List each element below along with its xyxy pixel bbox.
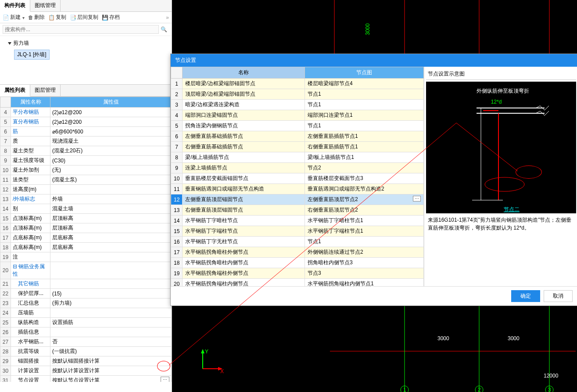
node-img[interactable]: 水平钢筋丁字暗柱节点1 — [305, 216, 424, 226]
prop-name[interactable]: 抗震等级 — [11, 347, 50, 356]
tree-root[interactable]: 剪力墙 — [3, 39, 169, 48]
dots-button[interactable]: ⋯ — [413, 196, 421, 201]
table-row[interactable]: 16 水平钢筋丁字无柱节点 节点1 — [171, 237, 424, 247]
tree-item[interactable]: JLQ-1 [外墙] — [14, 50, 50, 60]
prop-name[interactable]: 纵筋构造 — [11, 318, 50, 327]
node-img[interactable]: 拐角暗柱内侧节点3 — [305, 258, 424, 268]
prop-name[interactable]: 别 — [11, 204, 50, 214]
prop-value[interactable]: 按默认计算设置计算 — [50, 366, 172, 376]
prop-name[interactable]: 保护层厚... — [11, 289, 50, 298]
cancel-button[interactable]: 取消 — [544, 290, 573, 302]
ok-button[interactable]: 确定 — [511, 290, 540, 302]
tab-drawings[interactable]: 图纸管理 — [30, 0, 61, 11]
prop-value[interactable]: (混凝土泵) — [50, 175, 172, 185]
prop-value[interactable]: (一级抗震) — [50, 347, 172, 356]
node-img[interactable]: 外侧钢筋连续通过节点2 — [305, 247, 424, 258]
table-row[interactable]: 11 垂直钢筋遇洞口或端部无节点构造 垂直筋遇洞口或端部无节点构造2 — [171, 184, 424, 194]
copy-button[interactable]: 📋复制 — [48, 14, 66, 21]
search-input[interactable] — [3, 25, 159, 34]
prop-name[interactable]: 其它钢筋 — [11, 279, 50, 289]
layer-copy-button[interactable]: 📑层间复制 — [70, 14, 98, 21]
prop-name[interactable]: 送高度(m) — [11, 185, 50, 194]
prop-name[interactable]: 插筋信息 — [11, 327, 50, 337]
prop-value[interactable]: (2)⌀12@200 — [50, 117, 172, 127]
tab-components[interactable]: 构件列表 — [0, 0, 30, 12]
prop-value[interactable]: ⌀6@600*600 — [50, 127, 172, 137]
new-button[interactable]: 📄新建 — [3, 14, 25, 21]
prop-name[interactable]: 注 — [11, 252, 50, 262]
node-img[interactable]: 左侧垂直筋顶层节点2⋯ — [305, 194, 424, 205]
prop-name[interactable]: 筋 — [11, 127, 50, 137]
table-row[interactable]: 4 端部洞口连梁锚固节点 端部洞口连梁节点1 — [171, 110, 424, 121]
table-row[interactable]: 12 左侧垂直筋顶层锚固节点 左侧垂直筋顶层节点2⋯ — [171, 194, 424, 205]
prop-name[interactable]: 点底标高(m) — [11, 243, 50, 252]
node-img[interactable]: 垂直筋楼层变截面节点3 — [305, 173, 424, 184]
node-img[interactable]: 左侧垂直筋插筋节点1 — [305, 131, 424, 142]
table-row[interactable]: 14 水平钢筋丁字暗柱节点 水平钢筋丁字暗柱节点1 — [171, 216, 424, 226]
delete-button[interactable]: 🗑删除 — [28, 14, 45, 21]
node-img[interactable]: 节点1 — [305, 100, 424, 110]
node-img[interactable]: 右侧垂直筋顶层节点2 — [305, 205, 424, 216]
prop-value[interactable]: (剪力墙) — [50, 298, 172, 308]
node-img[interactable]: 节点2 — [305, 163, 424, 173]
prop-name[interactable]: 点顶标高(m) — [11, 214, 50, 223]
table-row[interactable]: 18 水平钢筋拐角暗柱内侧节点 拐角暗柱内侧节点3 — [171, 258, 424, 268]
tab-properties[interactable]: 属性列表 — [0, 85, 30, 97]
node-img[interactable]: 节点1 — [305, 89, 424, 100]
table-row[interactable]: 7 右侧垂直筋基础插筋节点 右侧垂直筋插筋节点1 — [171, 142, 424, 152]
prop-name[interactable]: 点底标高(m) — [11, 233, 50, 243]
prop-name[interactable]: 送类型 — [11, 175, 50, 185]
prop-name[interactable]: ⊟ 钢筋业务属性 — [11, 262, 50, 279]
prop-value[interactable]: (C30) — [50, 156, 172, 165]
node-img[interactable]: 垂直筋遇洞口或端部无节点构造2 — [305, 184, 424, 194]
prop-value[interactable]: 按默认节点设置计算⋯ — [50, 376, 172, 382]
prop-value[interactable]: (15) — [50, 289, 172, 298]
prop-name[interactable]: 平分布钢筋 — [11, 108, 50, 117]
table-row[interactable]: 3 暗梁/边框梁遇连梁构造 节点1 — [171, 100, 424, 110]
prop-value[interactable]: (混凝土20石) — [50, 146, 172, 156]
node-img[interactable]: 楼层暗梁端部节点4 — [305, 79, 424, 89]
prop-name[interactable]: 节点设置 — [11, 376, 50, 382]
table-row[interactable]: 6 左侧垂直筋基础插筋节点 左侧垂直筋插筋节点1 — [171, 131, 424, 142]
prop-value[interactable]: 层顶标高 — [50, 214, 172, 223]
ellipsis-button[interactable]: ⋯ — [161, 377, 169, 382]
table-row[interactable]: 9 连梁上墙插筋节点 节点2 — [171, 163, 424, 173]
table-row[interactable]: 5 拐角连梁内侧钢筋节点 节点1 — [171, 121, 424, 131]
table-row[interactable]: 17 水平钢筋拐角暗柱外侧节点 外侧钢筋连续通过节点2 — [171, 247, 424, 258]
prop-value[interactable] — [50, 308, 172, 318]
prop-value[interactable]: (无) — [50, 165, 172, 175]
prop-value[interactable]: 现浇混凝土 — [50, 137, 172, 146]
node-img[interactable]: 节点1 — [305, 121, 424, 131]
node-img[interactable]: 水平钢筋拐角端柱内侧节点1 — [305, 279, 424, 287]
prop-value[interactable] — [50, 252, 172, 262]
prop-value[interactable] — [50, 327, 172, 337]
prop-value[interactable]: (2)⌀12@200 — [50, 108, 172, 117]
table-row[interactable]: 15 水平钢筋丁字端柱节点 水平钢筋丁字端柱节点1 — [171, 226, 424, 237]
table-row[interactable]: 8 梁/板上墙插筋节点 梁/板上墙插筋节点1 — [171, 152, 424, 163]
prop-name[interactable]: 直分布钢筋 — [11, 117, 50, 127]
prop-name[interactable]: 锚固搭接 — [11, 356, 50, 366]
prop-value[interactable]: 层底标高 — [50, 233, 172, 243]
prop-name[interactable]: 点顶标高(m) — [11, 223, 50, 233]
table-row[interactable]: 2 顶层暗梁/边框梁端部锚固节点 节点1 — [171, 89, 424, 100]
node-img[interactable]: 右侧垂直筋插筋节点1 — [305, 142, 424, 152]
node-img[interactable]: 端部洞口连梁节点1 — [305, 110, 424, 121]
node-img[interactable]: 梁/板上墙插筋节点1 — [305, 152, 424, 163]
prop-name[interactable]: 汇总信息 — [11, 298, 50, 308]
prop-name[interactable]: 质 — [11, 137, 50, 146]
table-row[interactable]: 13 右侧垂直筋顶层锚固节点 右侧垂直筋顶层节点2 — [171, 205, 424, 216]
prop-value[interactable]: 混凝土墙 — [50, 204, 172, 214]
table-row[interactable]: 10 垂直筋楼层变截面锚固节点 垂直筋楼层变截面节点3 — [171, 173, 424, 184]
prop-value[interactable]: 层底标高 — [50, 243, 172, 252]
prop-name[interactable]: 压墙筋 — [11, 308, 50, 318]
node-img[interactable]: 水平钢筋丁字端柱节点1 — [305, 226, 424, 237]
search-icon[interactable]: 🔍 — [159, 26, 169, 32]
prop-value[interactable] — [50, 185, 172, 194]
prop-name[interactable]: 凝土外加剂 — [11, 165, 50, 175]
table-row[interactable]: 19 水平钢筋拐角端柱外侧节点 节点3 — [171, 268, 424, 279]
node-img[interactable]: 节点3 — [305, 268, 424, 279]
node-img[interactable]: 节点1 — [305, 237, 424, 247]
prop-value[interactable]: 否 — [50, 337, 172, 347]
prop-name[interactable]: 凝土强度等级 — [11, 156, 50, 165]
table-row[interactable]: 1 楼层暗梁/边框梁端部锚固节点 楼层暗梁端部节点4 — [171, 79, 424, 89]
